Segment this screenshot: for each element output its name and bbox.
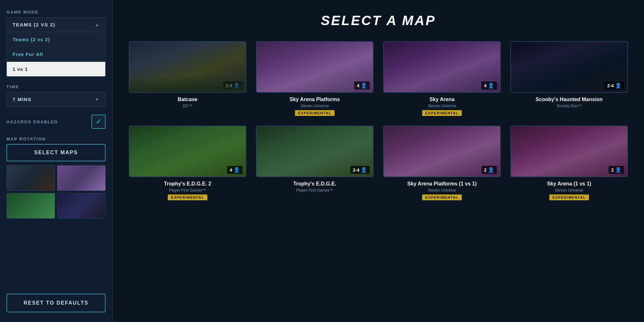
maps-grid: 2-4 👤BatcaveDC™4 👤Sky Arena PlatformsSte… [129, 41, 628, 200]
map-card-2[interactable]: 4 👤Sky ArenaSteven UniverseEXPERIMENTAL [383, 41, 501, 116]
mode-option-ffa[interactable]: Free For All [7, 47, 105, 62]
map-name-0: Batcave [178, 97, 197, 102]
experimental-badge-4: EXPERIMENTAL [168, 194, 207, 200]
experimental-badge-6: EXPERIMENTAL [422, 194, 462, 200]
map-card-image-7: 2 👤 [510, 126, 628, 177]
map-rotation-label: MAP ROTATION [6, 137, 106, 141]
player-badge-0: 2-4 👤 [223, 81, 242, 90]
main-content: SELECT A MAP 2-4 👤BatcaveDC™4 👤Sky Arena… [113, 0, 644, 322]
hazards-label: HAZARDS ENABLED [6, 119, 58, 124]
game-mode-section: GAME MODE TEAMS (2 VS 2) ▲ Teams (2 vs 2… [6, 10, 106, 77]
map-franchise-7: Steven Universe [555, 188, 583, 193]
map-name-3: Scooby's Haunted Mansion [535, 97, 602, 102]
player-badge-6: 2 👤 [481, 166, 497, 174]
map-card-image-3: 2-4 👤 [510, 41, 628, 93]
map-name-1: Sky Arena Platforms [290, 97, 340, 102]
experimental-badge-7: EXPERIMENTAL [549, 194, 589, 200]
map-rotation-section: MAP ROTATION SELECT MAPS [6, 137, 106, 221]
map-franchise-1: Steven Universe [300, 104, 329, 108]
page-title: SELECT A MAP [129, 13, 628, 28]
map-card-1[interactable]: 4 👤Sky Arena PlatformsSteven UniverseEXP… [256, 41, 374, 116]
map-card-image-1: 4 👤 [256, 41, 374, 93]
map-franchise-6: Steven Universe [428, 188, 456, 193]
map-name-7: Sky Arena (1 vs 1) [547, 181, 591, 187]
hazards-section: HAZARDS ENABLED ✓ [6, 115, 106, 129]
experimental-badge-1: EXPERIMENTAL [295, 110, 335, 116]
map-card-6[interactable]: 2 👤Sky Arena Platforms (1 vs 1)Steven Un… [383, 126, 501, 200]
map-thumb-1[interactable] [6, 165, 55, 191]
experimental-badge-2: EXPERIMENTAL [422, 110, 462, 116]
map-thumb-3[interactable] [6, 193, 55, 219]
game-mode-dropdown[interactable]: TEAMS (2 VS 2) ▲ Teams (2 vs 2) Free For… [6, 17, 106, 77]
map-card-5[interactable]: 2-4 👤Trophy's E.D.G.E.Player First Games… [256, 126, 374, 200]
player-badge-4: 4 👤 [227, 166, 242, 174]
select-maps-button[interactable]: SELECT MAPS [6, 144, 106, 161]
player-badge-7: 2 👤 [609, 166, 624, 174]
map-card-image-6: 2 👤 [383, 126, 501, 177]
game-mode-selected[interactable]: TEAMS (2 VS 2) ▲ [6, 17, 106, 32]
map-card-image-5: 2-4 👤 [256, 126, 374, 177]
game-mode-menu: Teams (2 vs 2) Free For All 1 vs 1 [6, 32, 106, 77]
time-dropdown-arrow-icon: ▼ [95, 97, 99, 102]
dropdown-arrow-icon: ▲ [95, 23, 99, 27]
map-thumb-4[interactable] [57, 193, 106, 219]
map-name-2: Sky Arena [430, 97, 455, 102]
map-franchise-5: Player First Games™ [296, 188, 333, 193]
time-dropdown[interactable]: 7 MINS ▼ [6, 92, 106, 107]
map-name-4: Trophy's E.D.G.E. 2 [164, 181, 211, 187]
player-badge-2: 4 👤 [481, 81, 497, 90]
sidebar: GAME MODE TEAMS (2 VS 2) ▲ Teams (2 vs 2… [0, 0, 113, 322]
reset-to-defaults-button[interactable]: RESET TO DEFAULTS [6, 294, 106, 312]
map-franchise-0: DC™ [183, 104, 192, 108]
time-selected[interactable]: 7 MINS ▼ [6, 92, 106, 107]
map-thumb-2[interactable] [57, 165, 106, 191]
mode-option-1v1[interactable]: 1 vs 1 [7, 62, 105, 76]
map-franchise-2: Steven Universe [428, 104, 456, 108]
map-name-6: Sky Arena Platforms (1 vs 1) [407, 181, 477, 187]
player-badge-5: 2-4 👤 [350, 166, 370, 174]
map-thumbnails-grid [6, 165, 106, 219]
map-card-7[interactable]: 2 👤Sky Arena (1 vs 1)Steven UniverseEXPE… [510, 126, 628, 200]
hazards-checkbox[interactable]: ✓ [91, 115, 106, 129]
map-card-image-0: 2-4 👤 [129, 41, 246, 93]
game-mode-label: GAME MODE [6, 10, 106, 14]
map-card-0[interactable]: 2-4 👤BatcaveDC™ [129, 41, 246, 116]
checkmark-icon: ✓ [96, 118, 101, 126]
map-card-4[interactable]: 4 👤Trophy's E.D.G.E. 2Player First Games… [129, 126, 246, 200]
player-badge-3: 2-4 👤 [605, 81, 624, 90]
player-badge-1: 4 👤 [354, 81, 370, 90]
time-section: TIME 7 MINS ▼ [6, 84, 106, 107]
map-name-5: Trophy's E.D.G.E. [293, 181, 336, 187]
map-franchise-3: Scooby-Doo™ [556, 104, 582, 108]
time-label: TIME [6, 84, 106, 89]
map-card-image-4: 4 👤 [129, 126, 246, 177]
map-card-3[interactable]: 2-4 👤Scooby's Haunted MansionScooby-Doo™ [510, 41, 628, 116]
map-franchise-4: Player First Games™ [169, 188, 206, 193]
mode-option-teams[interactable]: Teams (2 vs 2) [7, 32, 105, 47]
map-card-image-2: 4 👤 [383, 41, 501, 93]
